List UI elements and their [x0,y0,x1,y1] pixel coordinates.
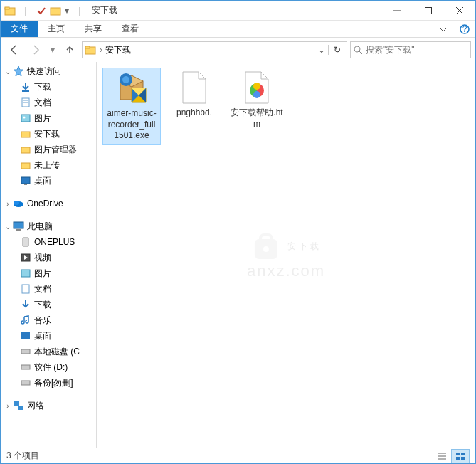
svg-rect-37 [21,381,30,385]
picture-icon [19,112,32,125]
file-item[interactable]: 安下载帮助.htm [228,68,286,145]
file-list[interactable]: aimer-music-recorder_full1501.exe pnghhb… [97,62,475,449]
tab-view[interactable]: 查看 [112,21,149,37]
tab-share[interactable]: 共享 [75,21,112,37]
video-icon [19,251,32,264]
address-folder-icon [84,43,97,56]
qat-dropdown-icon[interactable]: ▾ [63,4,70,17]
up-button[interactable] [60,41,79,59]
address-path[interactable]: 安下载 [105,44,315,56]
sidebar-item-documents[interactable]: 文档 [1,95,96,110]
back-button[interactable] [5,41,23,59]
svg-rect-58 [461,453,465,455]
view-icons-button[interactable] [451,449,470,463]
sidebar-item-desktop2[interactable]: 桌面 [1,328,96,344]
maximize-button[interactable] [413,1,444,21]
sidebar-item-picmgr[interactable]: 图片管理器 [1,142,96,157]
watermark: 安下载 anxz.com [247,231,325,280]
sidebar-item-downloads[interactable]: 下载 [1,79,96,95]
file-item[interactable]: aimer-music-recorder_full1501.exe [102,68,161,145]
svg-rect-4 [425,7,432,14]
svg-point-53 [263,246,269,252]
sidebar-item-backup[interactable]: 备份[勿删] [1,375,96,391]
refresh-button[interactable]: ↻ [328,45,345,55]
sidebar-item-drive-d[interactable]: 软件 (D:) [1,359,96,375]
desktop-icon [19,329,32,342]
sidebar-item-desktop[interactable]: 桌面 [1,173,96,189]
tab-home[interactable]: 主页 [38,21,75,37]
file-item[interactable]: pnghhbd. [165,68,223,145]
tab-file[interactable]: 文件 [1,21,38,37]
qat-sep2: | [73,4,86,17]
address-bar[interactable]: › 安下载 ⌄ ↻ [82,41,347,58]
file-label: pnghhbd. [176,107,212,119]
close-button[interactable] [444,1,475,21]
sidebar-network[interactable]: ›网络 [1,398,96,413]
search-box[interactable] [350,41,471,58]
sidebar-item-oneplus[interactable]: ONEPLUS [1,234,96,250]
svg-rect-32 [21,270,30,277]
file-label: aimer-music-recorder_full1501.exe [106,108,157,142]
svg-line-12 [359,51,362,54]
pc-icon [12,220,25,233]
statusbar: 3 个项目 [1,448,475,463]
svg-rect-2 [51,8,60,15]
qat-folder-icon[interactable] [49,4,62,17]
sidebar-item-notuploaded[interactable]: 未上传 [1,157,96,173]
svg-rect-24 [24,184,27,185]
address-dropdown[interactable]: ⌄ [315,45,328,55]
view-details-button[interactable] [433,449,451,463]
svg-rect-52 [260,235,272,242]
star-icon [12,65,25,78]
svg-rect-34 [21,332,30,339]
help-button[interactable]: ? [454,21,475,37]
qat-check-icon[interactable] [35,4,48,17]
onedrive-icon [12,197,25,210]
address-chevron-icon[interactable]: › [100,45,102,55]
svg-rect-22 [21,163,30,169]
ribbon-expand-button[interactable] [433,21,454,37]
titlebar: | ▾ | 安下载 [1,1,475,21]
music-icon [19,314,32,327]
network-icon [12,399,25,412]
sidebar-item-pictures2[interactable]: 图片 [1,265,96,281]
sidebar-item-videos[interactable]: 视频 [1,250,96,265]
svg-point-26 [14,201,19,205]
search-input[interactable] [366,45,472,55]
svg-rect-51 [255,239,277,259]
svg-rect-29 [23,238,28,246]
sidebar-this-pc[interactable]: ⌄此电脑 [1,218,96,234]
sidebar-item-music[interactable]: 音乐 [1,312,96,328]
sidebar-item-pictures[interactable]: 图片 [1,110,96,126]
folder-icon [19,127,32,140]
window-title: 安下载 [92,4,117,16]
svg-rect-35 [21,349,30,354]
navbar: ▾ › 安下载 ⌄ ↻ [1,38,475,62]
sidebar-item-documents2[interactable]: 文档 [1,281,96,297]
folder-icon [19,143,32,156]
chevron-right-icon[interactable]: › [4,402,12,410]
forward-button[interactable] [26,41,45,59]
drive-icon [19,345,32,358]
sidebar-item-downloads2[interactable]: 下载 [1,297,96,312]
svg-rect-1 [5,7,9,9]
document-icon [19,283,32,295]
svg-rect-21 [21,147,30,153]
chevron-down-icon[interactable]: ⌄ [4,223,12,231]
sidebar-onedrive[interactable]: ›OneDrive [1,196,96,211]
chevron-right-icon[interactable]: › [4,200,12,208]
svg-point-19 [23,117,26,119]
sidebar-quick-access[interactable]: ⌄快速访问 [1,63,96,79]
installer-icon [115,71,149,105]
sidebar-item-drive-c[interactable]: 本地磁盘 (C [1,344,96,359]
svg-rect-57 [456,453,460,455]
drive-icon [19,376,32,389]
chevron-down-icon[interactable]: ⌄ [4,68,12,75]
sidebar-item-anxz[interactable]: 安下载 [1,126,96,142]
history-dropdown[interactable]: ▾ [48,45,58,55]
svg-rect-36 [21,365,30,369]
minimize-button[interactable] [381,1,413,21]
phone-icon [19,236,32,248]
download-icon [19,80,32,93]
navigation-pane[interactable]: ⌄快速访问 下载 文档 图片 安下载 图片管理器 未上传 桌面 ›OneDriv… [1,62,97,449]
